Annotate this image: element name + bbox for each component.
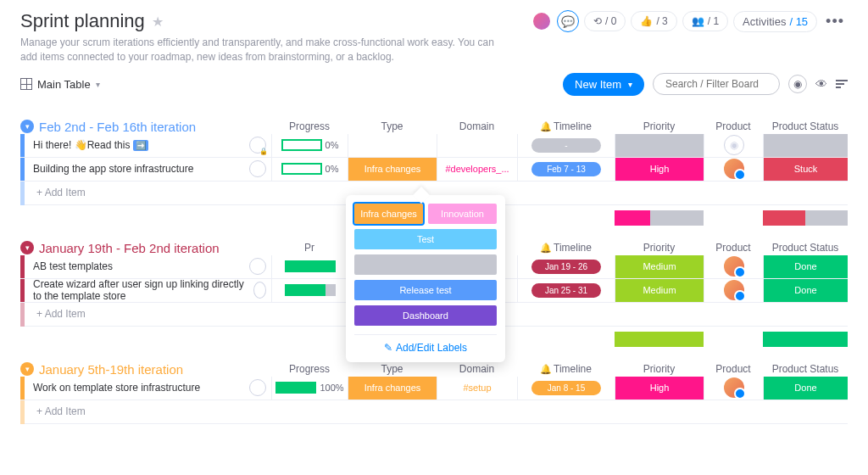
chat-icon[interactable] — [249, 379, 266, 396]
col-status: Product Status — [763, 363, 848, 375]
status-cell[interactable]: Done — [763, 279, 848, 302]
type-cell[interactable]: Infra changes — [348, 377, 437, 400]
activities-pill[interactable]: Activities / 15 — [733, 11, 817, 32]
type-option[interactable]: Infra changes — [354, 204, 423, 224]
avatar[interactable] — [531, 11, 552, 31]
add-edit-labels-button[interactable]: ✎ Add/Edit Labels — [354, 334, 497, 354]
chat-icon[interactable] — [253, 282, 266, 299]
activities-label: Activities — [743, 15, 786, 28]
priority-cell[interactable]: High — [615, 158, 704, 181]
star-icon[interactable]: ★ — [152, 14, 164, 30]
progress-cell[interactable] — [271, 255, 348, 278]
avatar[interactable] — [724, 159, 744, 179]
col-timeline: 🔔Timeline — [517, 363, 615, 375]
priority-cell[interactable]: Medium — [615, 255, 704, 278]
group-title[interactable]: Feb 2nd - Feb 16th iteration — [39, 120, 196, 134]
add-item-button[interactable]: + Add Item — [25, 400, 848, 424]
timeline-cell[interactable]: - — [517, 134, 615, 157]
product-cell[interactable] — [704, 377, 763, 400]
counter-2-value: / 3 — [656, 15, 667, 27]
col-progress: Pr — [271, 242, 348, 254]
new-item-button[interactable]: New Item▾ — [563, 73, 644, 96]
type-option[interactable]: Test — [354, 229, 497, 249]
more-icon[interactable]: ••• — [822, 13, 848, 31]
collapse-icon[interactable]: ▾ — [20, 120, 34, 133]
product-cell[interactable] — [704, 255, 763, 278]
timeline-cell[interactable]: Feb 7 - 13 — [517, 158, 615, 181]
counter-pill-1[interactable]: ⟲ / 0 — [584, 11, 626, 31]
bell-icon: 🔔 — [540, 243, 552, 253]
person-icon[interactable]: ◉ — [788, 75, 807, 93]
avatar[interactable] — [724, 256, 744, 277]
chat-icon[interactable] — [249, 258, 266, 275]
product-cell[interactable] — [704, 158, 763, 181]
chat-notification-icon[interactable]: 💬 — [557, 10, 579, 32]
progress-cell[interactable] — [271, 279, 348, 302]
item-name[interactable]: Work on template store infrastructure — [25, 377, 271, 400]
priority-cell[interactable]: Medium — [615, 279, 704, 302]
item-name[interactable]: Create wizard after user sign up linking… — [25, 279, 271, 302]
counter-pill-3[interactable]: 👥 / 1 — [682, 11, 728, 31]
visibility-icon[interactable]: 👁 — [815, 77, 827, 91]
activities-count: / 15 — [789, 15, 808, 28]
type-option[interactable] — [354, 254, 497, 275]
col-status: Product Status — [763, 242, 848, 254]
type-cell[interactable] — [348, 134, 437, 157]
counter-3-value: / 1 — [708, 15, 719, 27]
col-type: Type — [348, 120, 437, 132]
view-selector[interactable]: Main Table ▾ — [20, 78, 100, 91]
domain-cell[interactable] — [437, 134, 517, 157]
counter-pill-2[interactable]: 👍 / 3 — [631, 11, 676, 31]
col-priority: Priority — [615, 363, 704, 375]
type-option[interactable]: Innovation — [428, 204, 497, 224]
bell-icon: 🔔 — [540, 364, 552, 374]
item-name[interactable]: Hi there! 👋Read this ➡️ — [25, 134, 271, 157]
domain-cell[interactable]: #developers_... — [437, 158, 517, 181]
item-name[interactable]: Building the app store infrastructure — [25, 158, 271, 181]
status-cell[interactable]: Done — [763, 255, 848, 278]
col-product: Product — [704, 120, 763, 132]
chevron-down-icon: ▾ — [96, 80, 100, 89]
collapse-icon[interactable]: ▾ — [20, 362, 34, 376]
priority-cell[interactable]: High — [615, 377, 704, 400]
table-icon — [20, 78, 32, 90]
item-name[interactable]: AB test templates — [25, 255, 271, 278]
collapse-icon[interactable]: ▾ — [20, 241, 34, 254]
domain-cell[interactable]: #setup — [437, 377, 517, 400]
chat-icon[interactable] — [249, 160, 266, 177]
avatar-empty[interactable]: ◉ — [724, 135, 744, 155]
type-option[interactable]: Dashboard — [354, 305, 497, 326]
col-domain: Domain — [437, 363, 517, 375]
group-title[interactable]: January 5th-19th iteration — [39, 362, 183, 377]
chevron-down-icon: ▾ — [628, 80, 632, 89]
edit-labels-text: Add/Edit Labels — [396, 342, 467, 354]
progress-cell[interactable]: 100% — [271, 377, 348, 400]
progress-cell[interactable]: 0% — [271, 158, 348, 181]
col-progress: Progress — [271, 363, 348, 375]
type-option[interactable]: Release test — [354, 280, 497, 300]
avatar[interactable] — [724, 377, 744, 398]
filter-icon[interactable] — [836, 80, 848, 88]
type-cell[interactable]: Infra changes — [348, 158, 437, 181]
timeline-cell[interactable]: Jan 25 - 31 — [517, 279, 615, 302]
timeline-cell[interactable]: Jan 8 - 15 — [517, 377, 615, 400]
view-label: Main Table — [37, 78, 91, 91]
timeline-cell[interactable]: Jan 19 - 26 — [517, 255, 615, 278]
col-domain: Domain — [437, 120, 517, 132]
priority-cell[interactable] — [615, 134, 704, 157]
bell-icon: 🔔 — [540, 121, 552, 131]
avatar[interactable] — [724, 280, 744, 300]
product-cell[interactable]: ◉ — [704, 134, 763, 157]
col-status: Product Status — [763, 120, 848, 132]
chat-icon[interactable] — [249, 137, 266, 154]
status-cell[interactable] — [763, 134, 848, 157]
progress-cell[interactable]: 0% — [271, 134, 348, 157]
product-cell[interactable] — [704, 279, 763, 302]
search-input[interactable] — [653, 73, 780, 95]
col-priority: Priority — [615, 120, 704, 132]
status-cell[interactable]: Stuck — [763, 158, 848, 181]
col-timeline: 🔔Timeline — [517, 242, 615, 254]
group-title[interactable]: January 19th - Feb 2nd iteration — [39, 241, 220, 255]
status-cell[interactable]: Done — [763, 377, 848, 400]
col-product: Product — [704, 242, 763, 254]
